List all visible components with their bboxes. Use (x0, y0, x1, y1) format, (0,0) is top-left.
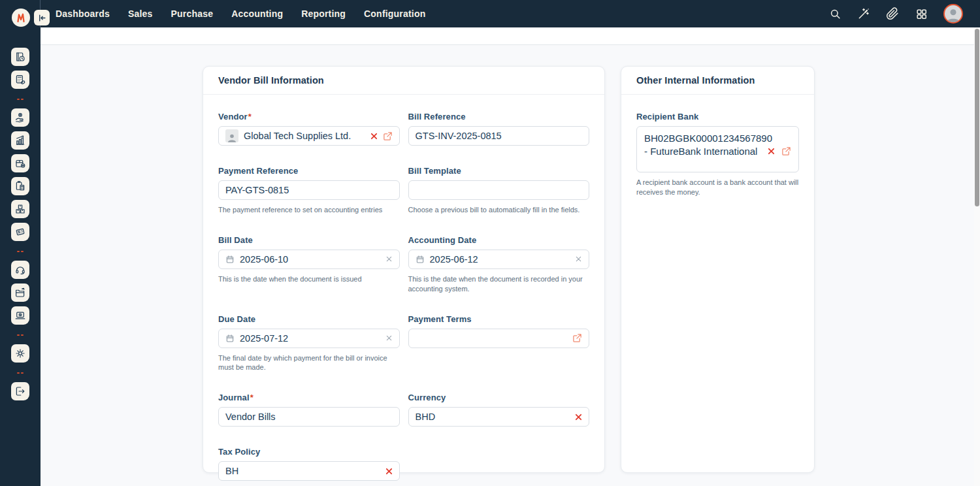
logout-icon (14, 385, 26, 397)
sidebar-divider (17, 372, 24, 374)
calculator-icon (14, 74, 26, 86)
book-clock-icon (14, 51, 26, 63)
accounting-date-value: 2025-06-12 (430, 254, 570, 265)
other-internal-information-card: Other Internal Information Recipient Ban… (621, 66, 815, 473)
accounting-date-help: This is the date when the document is re… (408, 274, 590, 294)
collapse-left-icon (37, 13, 47, 23)
calendar-icon (225, 255, 235, 264)
menu-purchase[interactable]: Purchase (171, 8, 214, 19)
open-payment-terms-external-link-icon[interactable] (572, 333, 582, 343)
icon-sidebar (0, 27, 41, 486)
headset-icon (14, 264, 26, 276)
payment-reference-input[interactable]: PAY-GTS-0815 (218, 180, 400, 200)
menu-accounting[interactable]: Accounting (231, 8, 283, 19)
calendar-icon (416, 255, 425, 264)
payment-terms-input[interactable] (408, 329, 590, 348)
bill-reference-label: Bill Reference (408, 112, 590, 122)
scrollbar-thumb[interactable] (975, 29, 979, 206)
recipient-bank-line2: - FutureBank International (644, 146, 761, 157)
clear-recipient-bank-icon[interactable] (768, 148, 775, 155)
topbar-actions (828, 0, 963, 27)
clear-due-date-icon[interactable] (385, 334, 393, 342)
due-date-field: Due Date 2025-07-12 The final date by wh… (218, 314, 400, 373)
bill-reference-field: Bill Reference GTS-INV-2025-0815 (408, 112, 590, 146)
recipient-bank-line1: BH02BGBK00001234567890 (644, 133, 791, 144)
card-title: Vendor Bill Information (218, 75, 324, 86)
bill-template-input[interactable] (408, 180, 590, 200)
vendor-value: Global Tech Supplies Ltd. (244, 131, 365, 141)
bar-chart-icon (14, 135, 26, 146)
sidebar-item-7[interactable] (11, 200, 29, 218)
app-logo[interactable] (12, 8, 30, 27)
clear-bill-date-icon[interactable] (385, 255, 393, 263)
tax-policy-input[interactable]: BH (218, 461, 400, 481)
sidebar-divider (17, 99, 24, 101)
user-avatar[interactable] (943, 4, 963, 24)
sidebar-item-3[interactable] (11, 108, 29, 127)
receipt-calculator-icon (14, 226, 26, 238)
menu-dashboards[interactable]: Dashboards (56, 8, 110, 19)
journal-input[interactable]: Vendor Bills (218, 407, 400, 427)
bill-reference-value: GTS-INV-2025-0815 (416, 131, 583, 141)
vendor-field: Vendor* Global Tech Supplies Ltd. (218, 112, 400, 146)
journal-field: Journal* Vendor Bills (218, 393, 400, 427)
clear-accounting-date-icon[interactable] (575, 255, 582, 263)
vendor-input[interactable]: Global Tech Supplies Ltd. (218, 126, 400, 146)
currency-input[interactable]: BHD (408, 407, 590, 427)
sidebar-item-9[interactable] (11, 261, 29, 279)
attachment-icon[interactable] (886, 7, 899, 20)
due-date-input[interactable]: 2025-07-12 (218, 329, 400, 348)
sidebar-divider (17, 251, 24, 253)
open-recipient-bank-external-link-icon[interactable] (781, 146, 791, 156)
sidebar-item-11[interactable] (11, 306, 29, 325)
payment-reference-help: The payment reference to set on accounti… (218, 205, 400, 215)
sidebar-item-1[interactable] (11, 48, 29, 66)
logo-mark-icon (15, 12, 27, 24)
bill-date-field: Bill Date 2025-06-10 This is the date wh… (218, 235, 400, 294)
sidebar-item-8[interactable] (11, 223, 29, 241)
magic-wand-icon[interactable] (857, 7, 870, 20)
folder-icon (14, 287, 26, 299)
main-menu: Dashboards Sales Purchase Accounting Rep… (56, 0, 425, 27)
due-date-help: The final date by which payment for the … (218, 353, 400, 373)
menu-configuration[interactable]: Configuration (364, 8, 425, 19)
payment-reference-value: PAY-GTS-0815 (225, 185, 393, 195)
tax-policy-label: Tax Policy (218, 447, 400, 457)
sidebar-item-12[interactable] (11, 344, 29, 363)
recipient-bank-input[interactable]: BH02BGBK00001234567890 - FutureBank Inte… (636, 126, 799, 172)
clear-currency-icon[interactable] (575, 413, 582, 421)
sidebar-item-13[interactable] (11, 382, 29, 400)
accounting-date-label: Accounting Date (408, 235, 590, 245)
bill-date-input[interactable]: 2025-06-10 (218, 250, 400, 269)
menu-sales[interactable]: Sales (128, 8, 153, 19)
package-add-icon (14, 157, 26, 169)
tax-policy-value: BH (225, 466, 380, 476)
bill-reference-input[interactable]: GTS-INV-2025-0815 (408, 126, 590, 146)
currency-value: BHD (416, 412, 570, 422)
clipboard-calculator-icon (14, 180, 26, 192)
accounting-date-input[interactable]: 2025-06-12 (408, 250, 590, 269)
search-icon[interactable] (828, 7, 841, 20)
clear-tax-policy-icon[interactable] (385, 468, 393, 475)
sidebar-collapse-button[interactable] (34, 10, 50, 25)
vendor-avatar (225, 129, 238, 142)
card-title: Other Internal Information (636, 75, 755, 86)
person-icon (945, 7, 962, 22)
sidebar-item-6[interactable] (11, 177, 29, 195)
accounting-date-field: Accounting Date 2025-06-12 This is the d… (408, 235, 590, 294)
sidebar-item-2[interactable] (11, 71, 29, 89)
sidebar-item-10[interactable] (11, 284, 29, 302)
apps-grid-icon[interactable] (915, 7, 928, 20)
calendar-icon (225, 334, 235, 343)
bill-date-help: This is the date when the document is is… (218, 274, 400, 284)
sidebar-item-5[interactable] (11, 154, 29, 172)
journal-value: Vendor Bills (225, 412, 393, 422)
open-vendor-external-link-icon[interactable] (383, 131, 393, 141)
due-date-value: 2025-07-12 (240, 333, 380, 344)
sidebar-item-4[interactable] (11, 131, 29, 150)
bill-date-value: 2025-06-10 (240, 254, 380, 265)
menu-reporting[interactable]: Reporting (301, 8, 346, 19)
clear-vendor-icon[interactable] (370, 133, 378, 140)
recipient-bank-label: Recipient Bank (636, 112, 799, 122)
bill-template-help: Choose a previous bill to automatically … (408, 205, 590, 215)
